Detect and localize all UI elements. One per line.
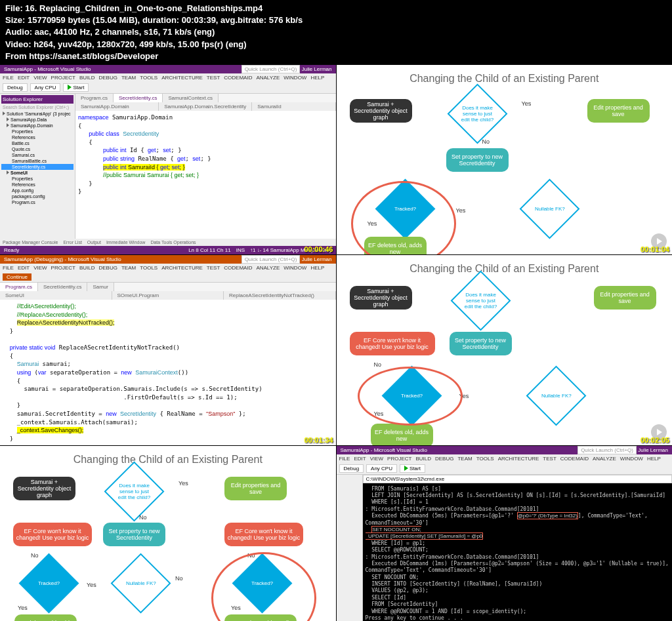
label-no: No — [31, 552, 39, 559]
node-start: Samurai + SecretIdentity object graph — [350, 286, 412, 310]
node-setprop: Set property to new SecretIdentity — [450, 332, 512, 355]
tree-solution[interactable]: Solution 'SamuraiApp' (3 projec — [1, 111, 74, 117]
window-title: SamuraiApp - Microsoft Visual StudioQuic… — [337, 446, 673, 454]
tree-item[interactable]: Properties — [1, 176, 74, 182]
label-yes: Yes — [459, 393, 469, 399]
tab[interactable]: Program.cs — [75, 94, 114, 102]
config-dropdown[interactable]: Debug — [3, 83, 28, 92]
solution-explorer[interactable]: Solution Explorer Search Solution Explor… — [0, 94, 75, 239]
status-bar: ReadyLn 8 Col 11 Ch 11INS↑1 ↓- 14 Samura… — [0, 246, 336, 254]
node-nullable: Nullable FK? — [111, 553, 171, 613]
bottom-tabs[interactable]: Package Manager ConsoleError ListOutputI… — [0, 239, 336, 246]
tree-item[interactable]: Program.cs — [1, 199, 74, 205]
continue-button[interactable]: Continue — [3, 273, 32, 281]
label-yes: Yes — [456, 207, 466, 214]
quick-launch-input[interactable]: Quick Launch (Ctrl+Q) — [242, 255, 301, 264]
config-dropdown[interactable]: Debug — [339, 464, 364, 473]
timestamp: 00:00:46 — [304, 245, 333, 253]
node-efdeletes: EF deletes old, adds new — [14, 614, 77, 621]
tree-item[interactable]: References — [1, 182, 74, 188]
thumb-6: SamuraiApp - Microsoft Visual StudioQuic… — [337, 446, 673, 621]
tree-item[interactable]: SamuraiBattle.cs — [1, 158, 74, 164]
menu-bar[interactable]: FILEEDITVIEWPROJECTBUILDDEBUGTEAMTOOLSAR… — [337, 454, 673, 463]
start-button[interactable]: Start — [63, 83, 89, 92]
tree-item[interactable]: Properties — [1, 129, 74, 134]
cpu-dropdown[interactable]: Any CPU — [366, 464, 397, 473]
thumb-3: SamuraiApp (Debugging) - Microsoft Visua… — [0, 255, 336, 445]
label-no: No — [175, 575, 183, 582]
timestamp: 00:02:05 — [640, 436, 669, 444]
node-start: Samurai + SecretIdentity object graph — [13, 477, 75, 500]
label-yes: Yes — [522, 100, 532, 107]
tree-item[interactable]: Quote.cs — [1, 146, 74, 152]
menu-bar[interactable]: FILEEDITVIEWPROJECTBUILDDEBUGTEAMTOOLSAR… — [0, 73, 336, 82]
label-no: No — [247, 552, 255, 559]
node-efdeletes: EF deletes old, adds new — [371, 424, 433, 445]
nav-dropdown[interactable]: ReplaceASecretIdentityNotTracked() — [224, 291, 336, 300]
node-efupdates: EF updates old w null FK, adds new — [224, 614, 297, 621]
toolbar[interactable]: Continue — [0, 272, 336, 283]
console-output: FROM [Samurais] AS [s] LEFT JOIN [Secret… — [363, 483, 673, 621]
nav-dropdown[interactable]: SomeUI — [0, 291, 112, 300]
tree-item[interactable]: References — [1, 134, 74, 140]
node-decision-edit: Does it make sense to just edit the chil… — [447, 83, 507, 144]
tree-item[interactable]: App.config — [1, 188, 74, 193]
menu-bar[interactable]: FILEEDITVIEWPROJECTBUILDDEBUGTEAMTOOLSAR… — [0, 264, 336, 272]
node-decision-edit: Does it make sense to just edit the chil… — [104, 461, 165, 521]
node-tracked: Tracked? — [381, 366, 442, 426]
node-setprop: Set property to new SecretIdentity — [103, 523, 165, 546]
label-yes: Yes — [368, 220, 377, 227]
tree-item[interactable]: SamuraiApp.Domain — [1, 123, 74, 129]
nav-dropdown[interactable]: SamuraiId — [252, 102, 335, 111]
label-yes: Yes — [374, 411, 384, 417]
node-nullable: Nullable FK? — [526, 366, 586, 426]
tab[interactable]: SamuraiContext.cs — [163, 94, 219, 102]
thumb-5: Changing the Child of an Existing Parent… — [0, 446, 336, 621]
tab[interactable]: Samur — [87, 283, 114, 291]
thumbnail-grid: SamuraiApp - Microsoft Visual StudioQuic… — [0, 65, 672, 621]
tree-item[interactable]: SamuraiApp.Data — [1, 117, 74, 123]
start-button[interactable]: Start — [400, 464, 425, 473]
nav-dropdown[interactable]: SamuraiApp.Domain — [75, 102, 159, 111]
editor-tabs[interactable]: Program.cs SecretIdentity.cs SamuraiCont… — [75, 94, 336, 102]
solution-explorer-collapsed[interactable] — [337, 475, 363, 621]
editor-tabs[interactable]: Program.cs SecretIdentity.cs Samur — [0, 283, 336, 291]
node-efwontknow: EF Core won't know it changed! Use your … — [13, 523, 92, 546]
cpu-dropdown[interactable]: Any CPU — [30, 83, 61, 92]
quick-launch-input[interactable]: Quick Launch (Ctrl+Q) — [578, 446, 637, 454]
window-title: SamuraiApp (Debugging) - Microsoft Visua… — [0, 255, 336, 264]
nav-dropdown[interactable]: SOmeUI.Program — [112, 291, 224, 300]
node-start: Samurai + SecretIdentity object graph — [350, 99, 412, 123]
search-solution-input[interactable]: Search Solution Explorer (Ctrl+;) — [1, 104, 74, 111]
thumb-4: Changing the Child of an Existing Parent… — [337, 255, 673, 445]
nav-dropdown[interactable]: SamuraiApp.Domain.SecretIdentity — [159, 102, 252, 111]
tree-item[interactable]: Battle.cs — [1, 140, 74, 146]
tab-active[interactable]: SecretIdentity.cs — [114, 94, 163, 102]
toolbar[interactable]: Debug Any CPU Start — [0, 82, 336, 94]
timestamp: 00:01:04 — [640, 245, 669, 253]
file-metadata: File: 16. Replacing_Children_in_One-to-o… — [0, 0, 672, 65]
node-efdeletes: EF deletes old, adds new — [364, 237, 427, 254]
console-title: C:\WINDOWS\system32\cmd.exe — [363, 475, 673, 483]
tree-item[interactable]: packages.config — [1, 193, 74, 199]
label-yes: Yes — [178, 480, 188, 487]
label-yes: Yes — [231, 605, 241, 611]
tree-item-selected[interactable]: SecretIdentity.cs — [1, 164, 74, 170]
window-title: SamuraiApp - Microsoft Visual StudioQuic… — [0, 65, 336, 73]
node-edit: Edit properties and save — [224, 477, 287, 500]
quick-launch-input[interactable]: Quick Launch (Ctrl+Q) — [242, 65, 301, 73]
tab[interactable]: SecretIdentity.cs — [38, 283, 88, 291]
toolbar[interactable]: Debug Any CPU Start — [337, 463, 673, 475]
node-edit: Edit properties and save — [594, 286, 656, 310]
code-editor[interactable]: //EditASecretIdentity(); //ReplaceASecre… — [0, 300, 336, 445]
node-tracked-2: Tracked? — [232, 553, 293, 613]
node-setprop: Set property to new SecretIdentity — [446, 148, 509, 172]
node-tracked: Tracked? — [375, 178, 435, 239]
code-editor[interactable]: namespace SamuraiApp.Domain { public cla… — [75, 111, 336, 239]
diagram-title: Changing the Child of an Existing Parent — [345, 263, 665, 275]
tree-item[interactable]: SomeUI — [1, 170, 74, 176]
thumb-1: SamuraiApp - Microsoft Visual StudioQuic… — [0, 65, 336, 254]
tree-item[interactable]: Samurai.cs — [1, 152, 74, 158]
node-edit: Edit properties and save — [587, 99, 650, 123]
tab-active[interactable]: Program.cs — [0, 283, 38, 291]
